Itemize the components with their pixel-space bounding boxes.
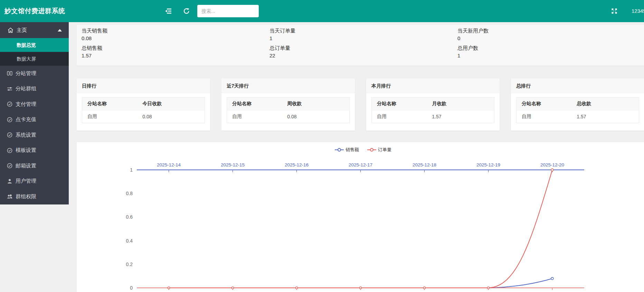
svg-text:0.4: 0.4 [126, 238, 133, 244]
collapse-menu-icon[interactable] [164, 7, 172, 15]
users-icon [7, 194, 12, 199]
rank-table: 分站名称 今日收款 自用 0.08 [82, 97, 205, 123]
rank-card-week: 近7天排行 分站名称 周收款 自用 0.08 [221, 78, 355, 131]
data-point-orders-12-20[interactable] [551, 169, 553, 171]
rank-card-title: 日排行 [77, 79, 210, 93]
svg-text:2025-12-17: 2025-12-17 [349, 162, 372, 167]
cell-amount: 0.08 [282, 110, 349, 123]
sidebar-item-group-permissions[interactable]: 群组权限 [0, 189, 69, 204]
col-header-amount: 月收款 [427, 98, 494, 110]
sidebar-item-label: 分站管理 [16, 70, 36, 77]
stats-panel: 当天销售额 0.08 当天订单量 1 当天新用户数 0 总销售额 1.57 总订… [76, 25, 644, 66]
stat-total-sales: 总销售额 1.57 [82, 44, 261, 59]
col-header-amount: 总收款 [571, 98, 639, 110]
sidebar-item-template-settings[interactable]: 模板设置 [0, 143, 69, 158]
col-header-amount: 今日收款 [137, 98, 205, 110]
fullscreen-icon[interactable] [611, 8, 618, 15]
stat-label: 总订单量 [269, 44, 449, 52]
sidebar-item-label: 支付管理 [16, 101, 36, 108]
svg-text:0.6: 0.6 [126, 214, 133, 220]
stat-value: 22 [269, 52, 449, 59]
cell-site: 自用 [372, 110, 427, 123]
svg-text:2025-12-18: 2025-12-18 [413, 162, 436, 167]
stat-label: 当天销售额 [82, 27, 261, 34]
sidebar-item-label: 系统设置 [16, 132, 36, 138]
sidebar-item-label: 用户管理 [16, 178, 36, 184]
rank-card-title: 本月排行 [366, 79, 500, 93]
col-header-amount: 周收款 [282, 98, 349, 110]
sidebar-item-home[interactable]: 主页 [0, 22, 69, 38]
rank-card-month: 本月排行 分站名称 月收款 自用 1.57 [366, 78, 500, 131]
cell-amount: 1.57 [571, 110, 639, 123]
table-row[interactable]: 自用 1.57 [517, 110, 639, 123]
svg-text:1: 1 [130, 167, 133, 173]
svg-text:0: 0 [130, 285, 133, 291]
cell-site: 自用 [227, 110, 282, 123]
search-input[interactable] [197, 5, 259, 17]
stat-value: 1.57 [82, 52, 261, 59]
y-axis-labels: 1 0.8 0.6 0.4 0.2 0 [126, 167, 133, 291]
sales-orders-chart-card: 销售额 订单量 1 0.8 0.6 0.4 0.2 0 [76, 142, 644, 292]
stat-value: 0.08 [82, 35, 261, 42]
sidebar-item-data-overview[interactable]: 数据总览 [0, 38, 69, 52]
rank-card-title: 总排行 [511, 79, 644, 93]
stat-label: 总销售额 [82, 44, 261, 52]
sidebar-item-label: 点卡充值 [16, 116, 36, 123]
top-bar: 妙文馆付费进群系统 12 [0, 0, 644, 22]
svg-text:2025-12-20: 2025-12-20 [540, 162, 564, 167]
sidebar-item-substation-manage[interactable]: 分站管理 [0, 66, 69, 81]
line-chart: 1 0.8 0.6 0.4 0.2 0 2025-12-14 2025-12 [77, 142, 644, 292]
sidebar-item-payment-manage[interactable]: 支付管理 [0, 97, 69, 112]
stat-today-orders: 当天订单量 1 [269, 27, 449, 42]
sidebar-item-data-bigscreen[interactable]: 数据大屏 [0, 52, 69, 66]
sliders-icon [7, 86, 12, 92]
check-circle-icon [7, 117, 12, 122]
user-icon [7, 179, 12, 184]
table-row[interactable]: 自用 0.08 [82, 110, 205, 123]
sidebar-item-label: 主页 [17, 27, 27, 34]
cell-amount: 1.57 [427, 110, 494, 123]
rank-table: 分站名称 月收款 自用 1.57 [371, 97, 494, 123]
x-axis-top: 2025-12-14 2025-12-15 2025-12-16 2025-12… [137, 162, 584, 172]
rank-card-title: 近7天排行 [221, 79, 355, 93]
col-header-site: 分站名称 [517, 98, 572, 110]
stat-value: 1 [269, 35, 449, 42]
rank-table: 分站名称 总收款 自用 1.57 [516, 97, 639, 123]
check-circle-icon [7, 132, 12, 138]
sidebar-item-user-manage[interactable]: 用户管理 [0, 174, 69, 189]
template-icon [7, 71, 12, 76]
rank-table: 分站名称 周收款 自用 0.08 [227, 97, 350, 123]
series-orders-markers [168, 169, 553, 289]
username[interactable]: 12345 [632, 0, 644, 22]
sidebar-item-substation-groups[interactable]: 分站群组 [0, 81, 69, 97]
rank-card-daily: 日排行 分站名称 今日收款 自用 0.08 [76, 78, 210, 131]
stat-today-sales: 当天销售额 0.08 [82, 27, 261, 42]
svg-text:2025-12-14: 2025-12-14 [157, 162, 181, 167]
svg-text:2025-12-16: 2025-12-16 [285, 162, 309, 167]
x-axis-top-labels: 2025-12-14 2025-12-15 2025-12-16 2025-12… [157, 162, 564, 167]
sidebar-item-label: 分站群组 [16, 85, 36, 92]
check-circle-icon [7, 101, 12, 107]
stat-label: 总用户数 [457, 44, 637, 52]
sidebar-item-label: 群组权限 [16, 193, 36, 200]
sidebar-item-card-recharge[interactable]: 点卡充值 [0, 112, 69, 128]
stat-today-new-users: 当天新用户数 0 [457, 27, 637, 42]
col-header-site: 分站名称 [227, 98, 282, 110]
stat-label: 当天新用户数 [457, 27, 637, 34]
stat-value: 0 [457, 35, 637, 42]
sidebar-item-label: 模板设置 [16, 147, 36, 154]
sidebar-item-label: 邮箱设置 [16, 163, 36, 169]
refresh-icon[interactable] [183, 7, 190, 15]
stat-total-users: 总用户数 1 [457, 44, 637, 59]
page: 妙文馆付费进群系统 12 [0, 0, 644, 292]
data-point-sales-12-20[interactable] [551, 277, 553, 280]
table-row[interactable]: 自用 0.08 [227, 110, 350, 123]
stat-value: 1 [457, 52, 637, 59]
table-row[interactable]: 自用 1.57 [372, 110, 494, 123]
check-circle-icon [7, 148, 12, 153]
svg-text:2025-12-15: 2025-12-15 [221, 162, 245, 167]
sidebar-item-mailbox-settings[interactable]: 邮箱设置 [0, 158, 69, 174]
series-orders-line [168, 169, 553, 289]
chevron-up-icon [58, 29, 62, 31]
sidebar-item-system-settings[interactable]: 系统设置 [0, 127, 69, 143]
